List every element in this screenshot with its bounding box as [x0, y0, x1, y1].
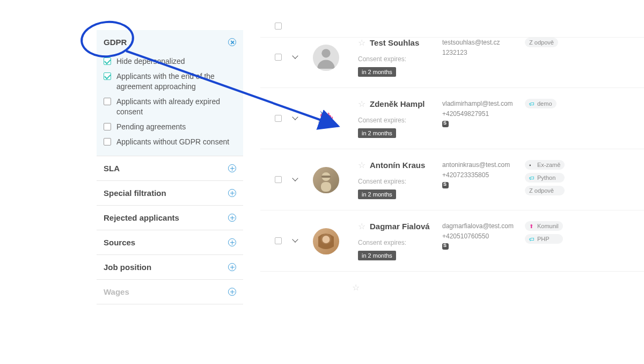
checkbox-icon[interactable]	[104, 57, 111, 65]
avatar[interactable]	[313, 167, 339, 193]
applicant-row: ☆	[260, 272, 644, 303]
consent-expires-label: Consent expires:	[358, 117, 433, 124]
plus-icon[interactable]	[228, 189, 236, 197]
avatar[interactable]	[313, 45, 339, 71]
skype-icon[interactable]	[442, 243, 449, 250]
svg-point-2	[321, 49, 330, 57]
chevron-down-icon[interactable]	[291, 54, 301, 59]
applicant-row: ☆Test SouhlasConsent expires:in 2 months…	[260, 27, 644, 88]
skype-icon[interactable]	[442, 182, 449, 188]
gdpr-option-label: Pending agreements	[116, 122, 186, 133]
gdpr-option-label: Applicants with already expired consent	[116, 97, 236, 118]
tag[interactable]: 🏷Python	[525, 173, 565, 183]
checkbox-icon[interactable]	[104, 98, 111, 105]
filter-section: SLA	[97, 156, 243, 181]
filter-title: Special filtration	[104, 188, 166, 198]
favorite-star-icon[interactable]: ☆	[358, 99, 365, 109]
applicant-name[interactable]: Test Souhlas	[370, 38, 419, 47]
applicant-name[interactable]: Antonín Kraus	[370, 161, 425, 170]
tag[interactable]: 🏷demo	[525, 99, 557, 108]
filter-section: Sources	[97, 230, 243, 255]
applicant-email: testsouhlas@test.cz	[442, 38, 523, 48]
filter-header-gdpr[interactable]: GDPR	[97, 30, 243, 54]
applicant-info: ☆Antonín KrausConsent expires:in 2 month…	[358, 160, 433, 199]
avatar[interactable]	[313, 228, 339, 254]
favorite-star-icon[interactable]: ☆	[358, 160, 365, 170]
tag[interactable]: ▪Ex-zamě	[525, 160, 565, 170]
select-applicant-checkbox[interactable]	[275, 237, 282, 244]
select-applicant-checkbox[interactable]	[275, 115, 282, 122]
consent-expires-badge: in 2 months	[358, 67, 396, 77]
tags-column: ▪Ex-zamě🏷PythonZ odpově	[525, 160, 565, 195]
skype-icon[interactable]	[442, 121, 449, 127]
applicant-email: antoninkraus@test.com	[442, 160, 523, 170]
plus-icon[interactable]	[228, 164, 236, 172]
plus-icon[interactable]	[228, 263, 236, 271]
tag[interactable]: Z odpově	[525, 38, 558, 47]
applicant-phone: +420510760550	[442, 231, 523, 242]
select-applicant-checkbox[interactable]	[275, 54, 282, 61]
tag-label: Z odpově	[529, 187, 554, 194]
applicant-name[interactable]: Dagmar Fialová	[370, 222, 430, 231]
tag[interactable]: 🏷PHP	[525, 234, 563, 244]
filter-section: Special filtration	[97, 181, 243, 206]
chevron-down-icon[interactable]	[291, 237, 301, 243]
checkbox-icon[interactable]	[104, 72, 111, 80]
gdpr-option-label: Applicants with the end of the agreement…	[116, 71, 236, 92]
applicant-phone: +420723335805	[442, 170, 523, 180]
filter-title: Sources	[104, 238, 135, 247]
tag-label: Z odpově	[529, 39, 554, 46]
gdpr-checkbox-option[interactable]: Applicants with already expired consent	[104, 94, 236, 120]
tag[interactable]: Z odpově	[525, 186, 565, 195]
favorite-star-icon[interactable]: ☆	[358, 221, 365, 231]
checkbox-icon[interactable]	[104, 138, 111, 145]
gdpr-checkbox-option[interactable]: Pending agreements	[104, 120, 236, 135]
filter-header[interactable]: Rejected applicants	[97, 206, 243, 230]
filter-header[interactable]: Special filtration	[97, 181, 243, 205]
applicant-row: 🦄☆Zdeněk HamplConsent expires:in 2 month…	[260, 88, 644, 149]
filter-section: Wages	[97, 280, 243, 304]
tag-label: Komunil	[537, 223, 559, 229]
select-applicant-checkbox[interactable]	[275, 176, 282, 183]
tag-label: Python	[537, 174, 555, 181]
gdpr-checkbox-option[interactable]: Hide depersonalized	[104, 54, 236, 69]
tags-column: 🏷demo	[525, 99, 557, 108]
gdpr-checkbox-option[interactable]: Applicants with the end of the agreement…	[104, 69, 236, 94]
applicant-row: ☆Dagmar FialováConsent expires:in 2 mont…	[260, 210, 644, 272]
filter-header[interactable]: Job position	[97, 255, 243, 279]
filter-section: Rejected applicants	[97, 206, 243, 230]
plus-icon[interactable]	[228, 214, 236, 222]
favorite-star-icon[interactable]: ☆	[358, 38, 365, 48]
contact-column: vladimirhampl@test.com+420549827951	[442, 99, 523, 129]
filter-section-gdpr: GDPR Hide depersonalizedApplicants with …	[97, 30, 243, 156]
plus-icon[interactable]	[228, 238, 236, 246]
chevron-down-icon[interactable]	[291, 115, 301, 120]
filter-header[interactable]: Wages	[97, 280, 243, 304]
contact-column: dagmarfialova@test.com+420510760550	[442, 221, 523, 252]
gdpr-option-label: Hide depersonalized	[116, 56, 185, 67]
applicant-name[interactable]: Zdeněk Hampl	[370, 99, 425, 108]
contact-column: antoninkraus@test.com+420723335805	[442, 160, 523, 191]
filter-header[interactable]: Sources	[97, 230, 243, 254]
consent-expires-label: Consent expires:	[358, 55, 433, 63]
applicant-row: ☆Antonín KrausConsent expires:in 2 month…	[260, 149, 644, 210]
consent-expires-badge: in 2 months	[358, 128, 396, 138]
gdpr-checkbox-option[interactable]: Applicants without GDPR consent	[104, 135, 236, 150]
gdpr-option-label: Applicants without GDPR consent	[116, 137, 229, 148]
applicant-email: vladimirhampl@test.com	[442, 99, 523, 109]
consent-expires-badge: in 2 months	[358, 251, 396, 260]
applicant-email: dagmarfialova@test.com	[442, 221, 523, 231]
avatar[interactable]: 🦄	[313, 106, 339, 132]
applicant-phone: 1232123	[442, 48, 523, 58]
plus-icon[interactable]	[228, 288, 236, 296]
filter-header[interactable]: SLA	[97, 156, 243, 180]
tags-column: ⬆Komunil🏷PHP	[525, 221, 563, 244]
close-icon[interactable]	[228, 38, 236, 46]
favorite-star-icon[interactable]: ☆	[352, 283, 360, 292]
applicant-info: ☆Zdeněk HamplConsent expires:in 2 months	[358, 99, 433, 138]
checkbox-icon[interactable]	[104, 123, 111, 130]
applicant-info: ☆Dagmar FialováConsent expires:in 2 mont…	[358, 221, 433, 260]
contact-column: testsouhlas@test.cz1232123	[442, 38, 523, 58]
tag[interactable]: ⬆Komunil	[525, 221, 563, 231]
chevron-down-icon[interactable]	[291, 176, 301, 181]
